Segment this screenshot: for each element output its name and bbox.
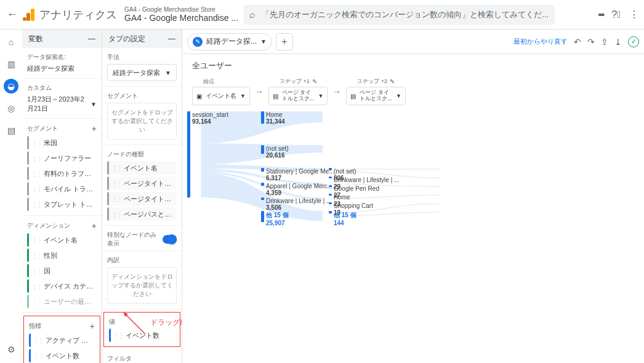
- exploration-tab[interactable]: ✎ 経路データ探... ▼: [187, 33, 272, 50]
- download-icon[interactable]: ⤓: [614, 37, 622, 47]
- chevron-down-icon: ▼: [396, 93, 401, 99]
- metric-chip[interactable]: ⋮⋮アクティブ ユーザ...: [29, 333, 95, 347]
- nav-admin-icon[interactable]: ⚙: [4, 342, 18, 357]
- sankey-node[interactable]: Home31,344: [266, 111, 285, 125]
- add-tab-button[interactable]: +: [276, 33, 293, 50]
- explore-name-value[interactable]: 経路データ探索: [27, 64, 97, 73]
- sankey-bar[interactable]: [261, 211, 264, 222]
- kebab-menu-icon[interactable]: ⋮: [629, 9, 639, 20]
- grip-icon: ⋮⋮: [111, 180, 121, 187]
- sankey-bar[interactable]: [329, 202, 332, 204]
- grip-icon: ⋮⋮: [31, 140, 41, 146]
- date-range-label: カスタム: [27, 84, 97, 92]
- nav-home-icon[interactable]: ⌂: [4, 34, 18, 49]
- sankey-bar[interactable]: [329, 194, 332, 196]
- grip-icon: ⋮⋮: [111, 211, 121, 218]
- add-dimension-button[interactable]: +: [92, 221, 97, 231]
- breakdown-dropzone[interactable]: ディメンションをドロップするか選択してください: [107, 267, 177, 304]
- technique-select[interactable]: 経路データ探索▼: [107, 64, 177, 81]
- step-header-row: 始点 ▣イベント名▼ → ステップ +1✎ ▤ページ タイトルとスク...▼ →…: [192, 78, 634, 105]
- node-type-chip[interactable]: ⋮⋮ページタイトルと...: [107, 192, 177, 205]
- sankey-bar[interactable]: [329, 211, 332, 213]
- property-selector[interactable]: GA4 - Google Merchandise Store GA4 - Goo…: [124, 6, 238, 23]
- sankey-bar[interactable]: [261, 111, 264, 124]
- segment-chip[interactable]: ⋮⋮ノーリファラー: [27, 151, 97, 165]
- node-type-chip[interactable]: ⋮⋮ページタイトルと...: [107, 177, 177, 190]
- metric-chip[interactable]: ⋮⋮イベント数: [29, 349, 95, 362]
- segment-chip[interactable]: ⋮⋮有料のトラフィック: [27, 167, 97, 180]
- analytics-logo-icon: [22, 7, 37, 22]
- dimension-chip[interactable]: ⋮⋮デバイス カテゴリ: [27, 279, 97, 293]
- value-chip[interactable]: ⋮⋮イベント数: [109, 329, 175, 342]
- sankey-bar[interactable]: [261, 183, 264, 186]
- sankey-node[interactable]: Stationery | Google Me...6,317: [266, 168, 334, 182]
- sankey-bar[interactable]: [187, 111, 190, 197]
- nav-explore-icon[interactable]: ◒: [4, 79, 18, 94]
- grip-icon: ⋮⋮: [33, 353, 43, 359]
- dimension-chip[interactable]: ⋮⋮イベント名: [27, 233, 97, 247]
- sankey-node[interactable]: session_start93,164: [192, 111, 228, 125]
- chart-segment-title: 全ユーザー: [192, 60, 634, 71]
- edit-step-icon[interactable]: ✎: [390, 78, 395, 85]
- grip-icon: ⋮⋮: [31, 170, 41, 177]
- node-type-chip[interactable]: ⋮⋮ページパスとスクリ...: [107, 207, 177, 221]
- segment-dropzone[interactable]: セグメントをドロップするか選択してください: [107, 103, 177, 140]
- nav-reports-icon[interactable]: ▥: [4, 57, 18, 71]
- nav-configure-icon[interactable]: ▤: [4, 123, 18, 138]
- breakdown-label: 内訳: [107, 256, 177, 265]
- undo-icon[interactable]: ↶: [574, 37, 581, 47]
- redo-icon[interactable]: ↷: [587, 37, 595, 47]
- grip-icon: ⋮⋮: [33, 337, 43, 344]
- step-start-selector[interactable]: ▣イベント名▼: [192, 87, 250, 105]
- sankey-bar[interactable]: [261, 168, 264, 172]
- chevron-down-icon: ▼: [240, 93, 246, 99]
- unique-nodes-toggle[interactable]: [163, 235, 177, 244]
- grip-icon: ⋮⋮: [31, 155, 41, 162]
- segment-chip[interactable]: ⋮⋮タブレット トラフ...: [27, 197, 97, 211]
- help-icon[interactable]: ?⃝: [611, 9, 621, 20]
- sankey-node[interactable]: Apparel | Google Merc...4,359: [266, 183, 332, 196]
- add-metric-button[interactable]: +: [90, 321, 95, 331]
- collapse-icon[interactable]: —: [88, 34, 95, 43]
- sankey-node[interactable]: 他 15 個144: [334, 211, 356, 226]
- sankey-node[interactable]: (not set)20,616: [266, 145, 289, 159]
- technique-label: 手法: [107, 53, 177, 62]
- sankey-node[interactable]: 他 15 個25,907: [266, 211, 289, 226]
- step1-selector[interactable]: ▤ページ タイトルとスク...▼: [268, 87, 328, 105]
- segment-chip[interactable]: ⋮⋮米国: [27, 136, 97, 150]
- step2-selector[interactable]: ▤ページ タイトルとスク...▼: [346, 87, 405, 105]
- grip-icon: ⋮⋮: [31, 186, 41, 193]
- filter-label: フィルタ: [107, 354, 177, 363]
- back-arrow-icon[interactable]: ←: [5, 8, 20, 21]
- sankey-node[interactable]: Drinkware | Lifestyle | ...3,506: [266, 197, 331, 211]
- exploration-canvas: ✎ 経路データ探... ▼ + 最初からやり直す ↶ ↷ ⇪ ⤓ ✓ 全ユーザー…: [182, 30, 644, 363]
- collapse-icon[interactable]: —: [168, 34, 175, 43]
- dimension-chip[interactable]: ⋮⋮国: [27, 264, 97, 277]
- dimension-chip[interactable]: ⋮⋮性別: [27, 249, 97, 262]
- add-segment-button[interactable]: +: [92, 124, 97, 134]
- apps-icon[interactable]: ▪▪▪: [598, 9, 603, 20]
- event-icon: ▣: [196, 93, 202, 100]
- date-range-value[interactable]: 1月23日～2023年2月21日▼: [27, 95, 97, 113]
- arrow-right-icon: →: [332, 87, 341, 97]
- sample-status-icon[interactable]: ✓: [628, 36, 639, 47]
- annotation-text: ドラッグ&ドロップ: [150, 317, 182, 328]
- sankey-bar[interactable]: [261, 145, 264, 154]
- edit-step-icon[interactable]: ✎: [312, 78, 317, 85]
- node-type-chip[interactable]: ⋮⋮イベント名: [107, 161, 177, 175]
- sankey-bar[interactable]: [261, 197, 264, 200]
- tab-settings-header-label: タブの設定: [108, 34, 145, 44]
- dimension-chip[interactable]: ⋮⋮ユーザーの最初の...: [27, 295, 97, 308]
- start-over-button[interactable]: 最初からやり直す: [513, 37, 568, 46]
- sankey-bar[interactable]: [329, 168, 332, 170]
- share-icon[interactable]: ⇪: [601, 37, 608, 47]
- segment-chip[interactable]: ⋮⋮モバイル トラフィ...: [27, 182, 97, 196]
- chevron-down-icon: ▼: [165, 70, 171, 76]
- search-bar[interactable]: ⌕ 「先月のオーガニック検索でのコンバージョン数の傾向」と検索してみてくだ...: [243, 5, 555, 25]
- edit-icon: ✎: [193, 37, 203, 47]
- nav-advertising-icon[interactable]: ◎: [4, 101, 18, 116]
- sankey-bar[interactable]: [329, 185, 332, 187]
- segments-label: セグメント: [27, 124, 58, 133]
- sankey-bar[interactable]: [329, 177, 332, 178]
- path-sankey-chart: session_start93,164 Home31,344(not set)2…: [192, 111, 634, 296]
